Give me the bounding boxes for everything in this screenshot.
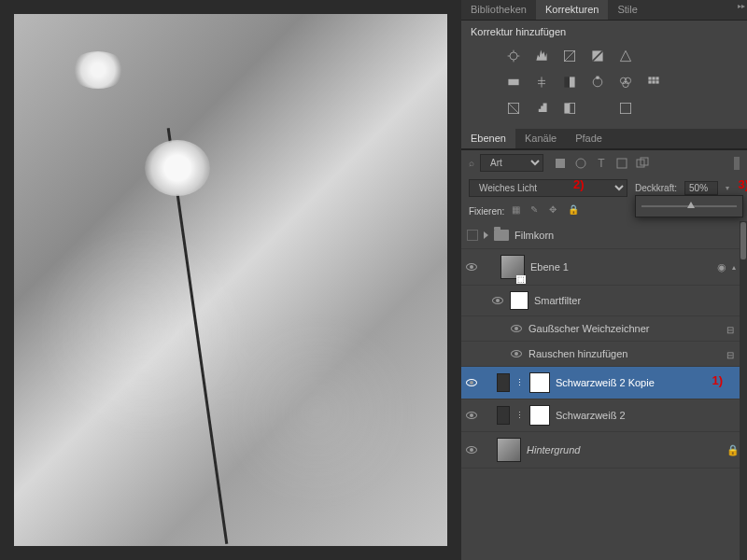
opacity-slider-popup[interactable]: [635, 195, 743, 217]
lock-icon[interactable]: 🔒: [726, 444, 736, 455]
folder-icon: [494, 230, 509, 241]
filter-type-select[interactable]: Art: [480, 154, 543, 172]
layer-group-filmkorn[interactable]: Filmkorn: [461, 221, 740, 249]
layer-name[interactable]: Ebene 1: [530, 261, 712, 273]
selective-color-icon[interactable]: [615, 99, 636, 118]
curves-icon[interactable]: [559, 47, 580, 65]
layer-mask-thumbnail[interactable]: [529, 372, 550, 393]
opacity-input[interactable]: [684, 181, 718, 195]
expand-icon[interactable]: ▴: [732, 263, 736, 272]
layer-ebene1[interactable]: ⬚ Ebene 1 ◉ ▴: [461, 249, 740, 286]
blend-mode-select[interactable]: Weiches Licht: [469, 179, 627, 197]
svg-rect-5: [570, 77, 575, 87]
visibility-checkbox[interactable]: [467, 230, 478, 241]
panels-sidebar: ▸▸ Bibliotheken Korrekturen Stile Korrek…: [461, 0, 747, 560]
invert-icon[interactable]: [503, 99, 524, 118]
opacity-dropdown-icon[interactable]: ▾: [726, 184, 729, 192]
layer-thumbnail[interactable]: ⬚: [500, 255, 525, 279]
hue-sat-icon[interactable]: [503, 73, 524, 91]
visibility-toggle[interactable]: [465, 409, 478, 422]
svg-rect-16: [655, 80, 658, 83]
adjustments-title: Korrektur hinzufügen: [471, 26, 738, 37]
link-icon[interactable]: ⋮: [515, 378, 524, 387]
layer-mask-thumbnail[interactable]: [529, 405, 550, 426]
lock-position-icon[interactable]: ✥: [549, 204, 562, 217]
svg-rect-11: [648, 77, 651, 79]
visibility-toggle[interactable]: [491, 294, 504, 307]
filter-name[interactable]: Gaußscher Weichzeichner: [529, 323, 721, 334]
layer-smartfilter[interactable]: Smartfilter: [461, 286, 740, 316]
document-canvas[interactable]: [14, 14, 447, 546]
brightness-contrast-icon[interactable]: [503, 47, 524, 65]
layer-name[interactable]: Hintergrund: [527, 444, 721, 455]
filter-options-icon[interactable]: ⊟: [726, 350, 736, 357]
color-balance-icon[interactable]: [531, 73, 552, 91]
filter-toggle[interactable]: [734, 157, 740, 170]
filter-effects-icon[interactable]: ◉: [717, 261, 726, 273]
adjustments-tab-bar: Bibliotheken Korrekturen Stile: [461, 0, 747, 21]
filter-options-icon[interactable]: ⊟: [726, 325, 736, 332]
tab-pfade[interactable]: Pfade: [566, 129, 612, 148]
filter-gaussian-blur[interactable]: Gaußscher Weichzeichner ⊟: [461, 316, 740, 342]
tab-stile[interactable]: Stile: [608, 0, 646, 20]
annotation-1: 1): [712, 373, 723, 387]
filter-add-noise[interactable]: Rauschen hinzufügen ⊟: [461, 342, 740, 367]
svg-rect-18: [564, 103, 570, 113]
filter-type-icon[interactable]: T: [594, 156, 609, 171]
layer-hintergrund[interactable]: Hintergrund 🔒: [461, 432, 740, 469]
filter-shape-icon[interactable]: [614, 156, 629, 171]
threshold-icon[interactable]: [559, 99, 580, 118]
layers-list: Filmkorn ⬚ Ebene 1 ◉ ▴ Smartfilter Gaußs…: [461, 221, 740, 560]
tab-korrekturen[interactable]: Korrekturen: [536, 0, 608, 20]
layer-sw2[interactable]: ⋮ Schwarzweiß 2: [461, 399, 740, 432]
color-lookup-icon[interactable]: [643, 73, 664, 91]
search-icon: ⌕: [469, 158, 474, 168]
layer-thumbnail[interactable]: [497, 438, 521, 462]
slider-track[interactable]: [641, 205, 737, 207]
levels-icon[interactable]: [531, 47, 552, 65]
layer-name[interactable]: Smartfilter: [534, 295, 736, 306]
photo-filter-icon[interactable]: [587, 73, 608, 91]
visibility-toggle[interactable]: [510, 322, 523, 335]
layers-tab-bar: Ebenen Kanäle Pfade: [461, 129, 747, 149]
link-icon[interactable]: ⋮: [515, 411, 524, 420]
channel-mixer-icon[interactable]: [615, 73, 636, 91]
svg-rect-14: [648, 80, 651, 83]
posterize-icon[interactable]: [531, 99, 552, 118]
filter-name[interactable]: Rauschen hinzufügen: [529, 348, 721, 359]
visibility-toggle[interactable]: [465, 443, 478, 456]
gradient-map-icon[interactable]: [587, 99, 608, 118]
layer-sw2-kopie[interactable]: ⋮ Schwarzweiß 2 Kopie 1): [461, 367, 740, 399]
lock-pixels-icon[interactable]: ✎: [530, 204, 543, 217]
image-flower: [145, 140, 210, 196]
layer-name[interactable]: Schwarzweiß 2: [556, 410, 736, 421]
vibrance-icon[interactable]: [615, 47, 636, 65]
collapse-panels-icon[interactable]: ▸▸: [738, 2, 745, 10]
scrollbar-thumb[interactable]: [740, 222, 746, 259]
canvas-area: [0, 0, 461, 560]
filter-smart-icon[interactable]: [635, 156, 650, 171]
layer-name[interactable]: Schwarzweiß 2 Kopie: [556, 377, 736, 388]
exposure-icon[interactable]: [587, 47, 608, 65]
tab-kanale[interactable]: Kanäle: [515, 129, 566, 148]
lock-transparency-icon[interactable]: ▦: [512, 204, 525, 217]
eye-icon: [511, 350, 522, 357]
visibility-toggle[interactable]: [510, 347, 523, 360]
filter-pixel-icon[interactable]: [553, 156, 568, 171]
disclosure-icon[interactable]: [484, 231, 488, 239]
visibility-toggle[interactable]: [465, 376, 478, 389]
layer-name[interactable]: Filmkorn: [514, 230, 736, 241]
black-white-icon[interactable]: [559, 73, 580, 91]
lock-icons: ▦ ✎ ✥ 🔒: [512, 204, 581, 217]
layers-scrollbar[interactable]: [740, 221, 747, 560]
slider-thumb[interactable]: [687, 202, 695, 208]
annotation-3: 3): [738, 177, 747, 191]
visibility-toggle[interactable]: [465, 260, 478, 273]
filter-mask-thumbnail[interactable]: [510, 291, 529, 310]
adjustments-panel: Korrektur hinzufügen: [461, 21, 747, 127]
image-flower: [70, 51, 126, 89]
lock-all-icon[interactable]: 🔒: [568, 204, 581, 217]
tab-bibliotheken[interactable]: Bibliotheken: [461, 0, 536, 20]
filter-adjustment-icon[interactable]: [573, 156, 588, 171]
tab-ebenen[interactable]: Ebenen: [461, 129, 515, 148]
